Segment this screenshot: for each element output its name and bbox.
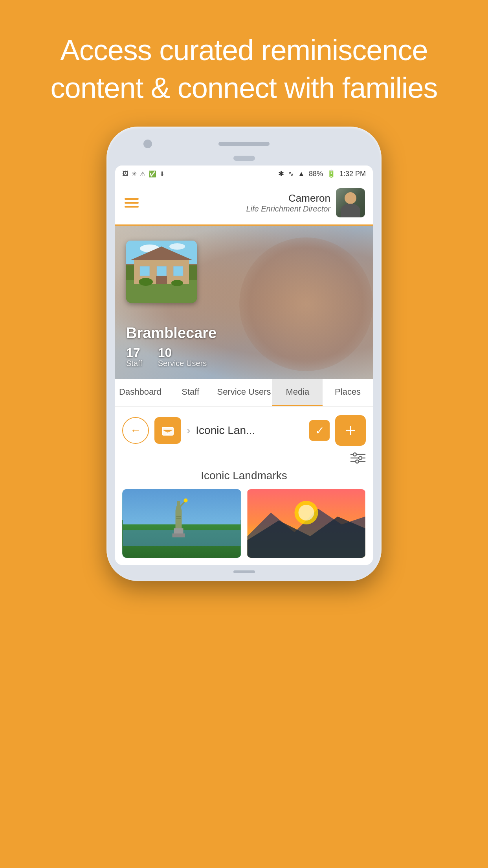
facility-name: Bramblecare [126, 325, 216, 342]
filter-button[interactable] [350, 452, 366, 465]
header-tagline: Access curated reminiscence content & co… [0, 0, 488, 127]
breadcrumb-left: ← › [122, 417, 255, 444]
grid-image-landmarks-1[interactable] [122, 489, 241, 558]
service-users-count: 10 [158, 346, 207, 359]
staff-stat: 17 Staff [126, 346, 142, 368]
service-users-label: Service Users [158, 359, 207, 368]
tab-staff[interactable]: Staff [165, 379, 216, 406]
svg-rect-33 [172, 533, 185, 537]
hamburger-line-2 [125, 202, 139, 204]
service-users-stat: 10 Service Users [158, 346, 207, 368]
svg-rect-6 [140, 266, 150, 276]
breadcrumb-path: Iconic Lan... [196, 424, 255, 437]
download-status-icon: ⬇ [160, 170, 165, 178]
toolbar-row: ← › [122, 415, 366, 446]
back-arrow-icon: ← [130, 424, 141, 437]
add-plus-icon: + [345, 421, 356, 440]
time-display: 1:32 PM [339, 170, 366, 178]
svg-rect-8 [173, 266, 183, 276]
hamburger-line-3 [125, 206, 139, 208]
svg-point-28 [184, 498, 188, 502]
user-name: Cameron [246, 192, 330, 204]
svg-rect-32 [174, 528, 183, 534]
breadcrumb-right: ✓ + [309, 415, 366, 446]
bluetooth-icon: ✱ [278, 169, 284, 178]
phone-camera [143, 140, 152, 148]
stats-row: 17 Staff 10 Service Users [126, 346, 216, 368]
user-info: Cameron Life Enrichment Director [246, 188, 365, 217]
grid-image-landmarks-2[interactable] [247, 489, 366, 558]
svg-rect-26 [176, 511, 182, 530]
avatar [336, 188, 365, 217]
battery-text: 88% [309, 170, 323, 178]
hero-image-area: Bramblecare 17 Staff 10 Service Users [115, 226, 373, 379]
hamburger-menu[interactable] [123, 197, 140, 209]
svg-rect-9 [156, 276, 167, 284]
inbox-button[interactable] [154, 417, 181, 444]
warning-status-icon: ⚠ [140, 170, 145, 178]
facility-thumbnail [126, 241, 197, 303]
svg-point-17 [353, 453, 356, 456]
phone-bottom-indicator [233, 570, 255, 573]
staff-label: Staff [126, 359, 142, 368]
phone-screen: 🖼 ✳ ⚠ ✅ ⬇ ✱ ∿ ▲ 88% 🔋 1:32 PM [115, 166, 373, 565]
section-title: Iconic Landmarks [122, 469, 366, 482]
signal-icon: ▲ [298, 170, 305, 178]
svg-point-10 [139, 278, 153, 286]
tab-dashboard[interactable]: Dashboard [115, 379, 165, 406]
battery-icon: 🔋 [327, 169, 336, 178]
wifi-icon: ∿ [288, 169, 294, 178]
svg-rect-7 [157, 266, 167, 276]
check-status-icon: ✅ [149, 170, 156, 178]
breadcrumb-arrow: › [187, 424, 190, 437]
pinwheel-status-icon: ✳ [132, 170, 137, 178]
phone-frame: 🖼 ✳ ⚠ ✅ ⬇ ✱ ∿ ▲ 88% 🔋 1:32 PM [106, 127, 382, 581]
status-bar: 🖼 ✳ ⚠ ✅ ⬇ ✱ ∿ ▲ 88% 🔋 1:32 PM [115, 166, 373, 181]
phone-speaker [218, 142, 270, 146]
image-status-icon: 🖼 [122, 170, 128, 177]
hero-info: Bramblecare 17 Staff 10 Service Users [126, 325, 216, 368]
tab-service-users[interactable]: Service Users [216, 379, 273, 406]
back-button[interactable]: ← [122, 417, 149, 444]
checkbox-button[interactable]: ✓ [309, 420, 330, 441]
status-left-icons: 🖼 ✳ ⚠ ✅ ⬇ [122, 170, 165, 178]
user-role: Life Enrichment Director [246, 204, 330, 213]
content-area: ← › [115, 406, 373, 565]
image-grid [122, 489, 366, 558]
tab-media[interactable]: Media [272, 379, 323, 406]
svg-point-2 [169, 243, 185, 250]
svg-point-11 [171, 280, 183, 286]
phone-home-button [233, 156, 255, 161]
svg-point-38 [299, 505, 314, 520]
add-button[interactable]: + [335, 415, 366, 446]
svg-rect-31 [176, 518, 181, 519]
svg-point-19 [359, 456, 362, 460]
svg-point-21 [356, 460, 359, 463]
nav-tabs: Dashboard Staff Service Users Media Plac… [115, 379, 373, 406]
svg-rect-30 [176, 516, 181, 517]
hamburger-line-1 [125, 198, 139, 200]
tab-places[interactable]: Places [323, 379, 373, 406]
app-header: Cameron Life Enrichment Director [115, 181, 373, 226]
staff-count: 17 [126, 346, 142, 359]
status-right-icons: ✱ ∿ ▲ 88% 🔋 1:32 PM [278, 169, 366, 178]
user-text: Cameron Life Enrichment Director [246, 192, 330, 213]
filter-row [122, 452, 366, 465]
checkbox-icon: ✓ [315, 424, 324, 437]
